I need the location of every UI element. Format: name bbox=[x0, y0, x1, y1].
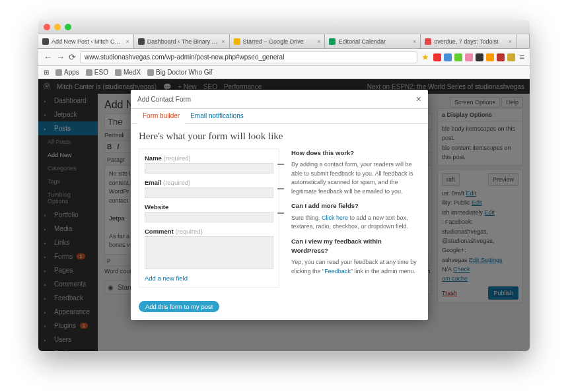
back-button[interactable]: ← bbox=[44, 52, 52, 62]
help-p1: By adding a contact form, your readers w… bbox=[291, 160, 420, 196]
text-input[interactable] bbox=[145, 212, 273, 222]
add-field-link[interactable]: Add a new field bbox=[145, 275, 273, 282]
textarea-input[interactable] bbox=[145, 236, 273, 269]
form-field: Email (required) bbox=[145, 179, 273, 198]
ext-icon[interactable] bbox=[444, 53, 452, 61]
ext-icon[interactable] bbox=[486, 53, 494, 61]
menu-icon[interactable]: ≡ bbox=[519, 52, 524, 62]
help-p2: Sure thing. Click here to add a new text… bbox=[291, 214, 420, 232]
tab-email-notifications[interactable]: Email notifications bbox=[185, 109, 249, 123]
url-text: www.studionashvegas.com/wp-admin/post-ne… bbox=[85, 53, 284, 61]
close-tab-icon[interactable]: × bbox=[509, 38, 512, 45]
bookmark-item[interactable]: ESO bbox=[86, 69, 108, 76]
bookmark-icon bbox=[115, 69, 122, 76]
bookmarks-bar: ⊞AppsESOMedXBig Doctor Who Gif bbox=[38, 66, 530, 79]
ext-icon[interactable] bbox=[507, 53, 515, 61]
help-p3: Yep, you can read your feedback at any t… bbox=[291, 258, 420, 276]
tab-label: Starred – Google Drive bbox=[243, 38, 304, 45]
click-here-link[interactable]: Click here bbox=[322, 214, 348, 221]
ext-icon[interactable] bbox=[433, 53, 441, 61]
bookmark-item[interactable]: Big Doctor Who Gif bbox=[147, 69, 213, 76]
contact-form-modal: Add Contact Form × Form builder Email no… bbox=[131, 90, 428, 320]
field-label: Website bbox=[145, 203, 273, 211]
modal-heading: Here's what your form will look like bbox=[139, 131, 420, 142]
bookmark-star-icon[interactable]: ★ bbox=[421, 52, 429, 62]
close-tab-icon[interactable]: × bbox=[221, 38, 225, 45]
close-tab-icon[interactable]: × bbox=[317, 38, 320, 45]
minimize-window-icon[interactable] bbox=[54, 24, 61, 30]
form-field: Website bbox=[145, 203, 273, 222]
address-bar[interactable]: www.studionashvegas.com/wp-admin/post-ne… bbox=[80, 51, 417, 63]
favicon-icon bbox=[425, 38, 431, 45]
close-tab-icon[interactable]: × bbox=[413, 38, 416, 45]
tab-label: Add New Post ‹ Mitch Ca… bbox=[52, 38, 124, 45]
help-h1: How does this work? bbox=[291, 148, 420, 158]
help-h2: Can I add more fields? bbox=[291, 201, 420, 211]
ext-icon[interactable] bbox=[497, 53, 505, 61]
bookmark-icon bbox=[147, 69, 154, 76]
field-label: Comment (required) bbox=[145, 228, 273, 235]
favicon-icon bbox=[42, 38, 49, 45]
bookmark-item[interactable]: Apps bbox=[55, 69, 79, 76]
form-field: Comment (required) bbox=[145, 228, 273, 269]
bookmark-icon bbox=[55, 69, 62, 76]
modal-header: Add Contact Form × bbox=[131, 90, 428, 109]
browser-toolbar: ← → ⟳ www.studionashvegas.com/wp-admin/p… bbox=[38, 49, 530, 66]
browser-tab[interactable]: Editorial Calendar× bbox=[325, 34, 421, 48]
text-input[interactable] bbox=[145, 187, 273, 198]
close-window-icon[interactable] bbox=[44, 24, 50, 30]
window-controls bbox=[44, 24, 71, 30]
browser-tab[interactable]: Starred – Google Drive× bbox=[230, 34, 326, 48]
field-label: Email (required) bbox=[145, 179, 273, 186]
maximize-window-icon[interactable] bbox=[65, 24, 71, 30]
help-column: How does this work? By adding a contact … bbox=[291, 148, 420, 288]
extension-icons bbox=[433, 53, 515, 61]
browser-tabs: Add New Post ‹ Mitch Ca…×Dashboard ‹ The… bbox=[38, 34, 530, 49]
form-preview: Name (required)Email (required)Website C… bbox=[139, 148, 279, 288]
bookmark-item[interactable]: MedX bbox=[115, 69, 141, 76]
tab-label: Editorial Calendar bbox=[338, 38, 386, 45]
favicon-icon bbox=[329, 38, 336, 45]
ext-icon[interactable] bbox=[476, 53, 483, 61]
page-content: ⓦ Mitch Canter is (studionashvegas) 💬 + … bbox=[38, 79, 530, 351]
apps-icon[interactable]: ⊞ bbox=[44, 69, 49, 76]
close-icon[interactable]: × bbox=[416, 94, 421, 104]
help-h3: Can I view my feedback within WordPress? bbox=[291, 237, 420, 256]
browser-tab[interactable]: overdue, 7 days: Todoist× bbox=[421, 34, 516, 48]
form-field: Name (required) bbox=[145, 154, 273, 174]
remove-field-icon[interactable] bbox=[277, 164, 284, 165]
titlebar bbox=[38, 20, 530, 34]
ext-icon[interactable] bbox=[454, 53, 462, 61]
browser-window: Add New Post ‹ Mitch Ca…×Dashboard ‹ The… bbox=[38, 20, 530, 351]
ext-icon[interactable] bbox=[465, 53, 473, 61]
bookmark-icon bbox=[86, 69, 92, 76]
browser-tab[interactable]: Add New Post ‹ Mitch Ca…× bbox=[38, 34, 134, 48]
remove-field-icon[interactable] bbox=[277, 188, 284, 189]
remove-field-icon[interactable] bbox=[277, 212, 284, 214]
reload-button[interactable]: ⟳ bbox=[69, 52, 76, 62]
close-tab-icon[interactable]: × bbox=[126, 38, 129, 45]
feedback-link[interactable]: Feedback bbox=[324, 268, 351, 275]
field-label: Name (required) bbox=[145, 154, 273, 162]
text-input[interactable] bbox=[145, 163, 273, 174]
tab-label: Dashboard ‹ The Binary T… bbox=[147, 38, 219, 45]
modal-tabs: Form builder Email notifications bbox=[131, 109, 428, 124]
tab-form-builder[interactable]: Form builder bbox=[137, 109, 185, 124]
forward-button[interactable]: → bbox=[56, 52, 65, 62]
favicon-icon bbox=[138, 38, 145, 45]
browser-tab[interactable]: Dashboard ‹ The Binary T…× bbox=[134, 34, 230, 48]
favicon-icon bbox=[234, 38, 240, 45]
add-form-button[interactable]: Add this form to my post bbox=[139, 301, 219, 312]
modal-title: Add Contact Form bbox=[137, 96, 191, 103]
tab-label: overdue, 7 days: Todoist bbox=[434, 38, 498, 45]
